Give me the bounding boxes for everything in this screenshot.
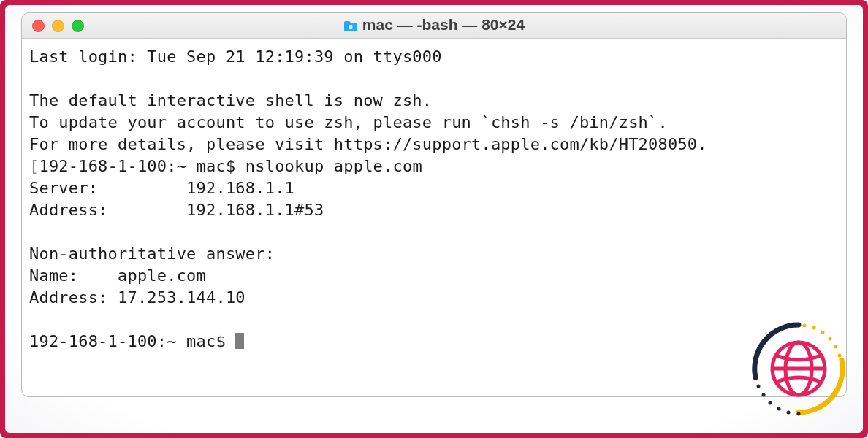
svg-point-5 (762, 393, 766, 397)
term-line: To update your account to use zsh, pleas… (29, 113, 668, 131)
svg-point-1 (797, 412, 801, 416)
traffic-lights (32, 20, 84, 32)
prompt-bracket-open: [ (29, 157, 39, 175)
shell-command: nslookup apple.com (245, 157, 422, 175)
terminal-window: mac — -bash — 80×24 Last login: Tue Sep … (21, 12, 847, 397)
term-output: Name: apple.com (29, 266, 206, 285)
cursor-icon (235, 333, 244, 349)
shell-prompt: 192-168-1-100:~ mac$ (39, 157, 245, 175)
shell-prompt: 192-168-1-100:~ mac$ (29, 332, 235, 350)
term-output: Address: 17.253.144.10 (29, 288, 245, 307)
inner-panel: mac — -bash — 80×24 Last login: Tue Sep … (5, 5, 863, 433)
term-line: The default interactive shell is now zsh… (29, 91, 432, 110)
term-output: Address: 192.168.1.1#53 (29, 201, 324, 219)
svg-rect-0 (349, 25, 352, 29)
svg-point-10 (829, 337, 832, 341)
term-output: Server: 192.168.1.1 (29, 179, 294, 197)
term-output: Non-authoritative answer: (29, 245, 275, 263)
close-icon[interactable] (32, 20, 45, 32)
svg-point-4 (769, 402, 772, 405)
outer-frame: mac — -bash — 80×24 Last login: Tue Sep … (0, 0, 868, 438)
minimize-icon[interactable] (52, 20, 64, 32)
window-titlebar[interactable]: mac — -bash — 80×24 (22, 13, 846, 39)
zoom-icon[interactable] (72, 20, 84, 32)
svg-point-12 (838, 354, 842, 358)
folder-icon (343, 18, 358, 36)
window-title: mac — -bash — 80×24 (22, 16, 846, 36)
svg-point-9 (821, 331, 825, 334)
terminal-body[interactable]: Last login: Tue Sep 21 12:19:39 on ttys0… (22, 39, 846, 396)
watermark-logo (747, 318, 850, 420)
svg-point-2 (787, 411, 791, 415)
term-line: For more details, please visit https://s… (29, 135, 707, 153)
term-line: Last login: Tue Sep 21 12:19:39 on ttys0… (29, 47, 442, 66)
svg-point-11 (834, 345, 838, 349)
svg-point-7 (803, 324, 807, 328)
svg-point-3 (777, 407, 781, 411)
svg-point-8 (812, 326, 816, 330)
svg-point-6 (757, 385, 761, 388)
window-title-text: mac — -bash — 80×24 (362, 16, 525, 33)
